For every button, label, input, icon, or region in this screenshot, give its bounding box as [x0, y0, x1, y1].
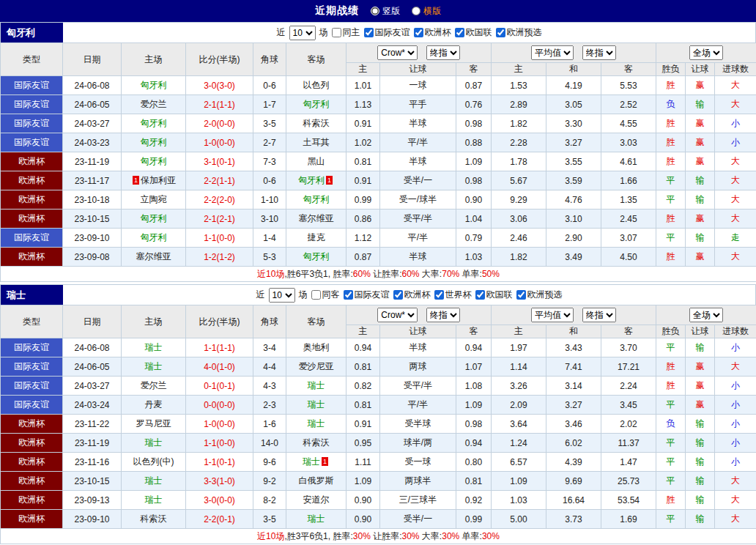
bookmaker-select[interactable]: Crow*: [377, 45, 418, 60]
horizontal-label: 横版: [423, 5, 441, 18]
match-date-cell: 23-11-19: [63, 152, 122, 171]
eu-away-odds-cell: 1.35: [601, 190, 656, 210]
away-team-cell: 匈牙利: [286, 190, 346, 210]
league-checkbox[interactable]: [455, 28, 464, 37]
eu-final-odds-select[interactable]: 终指: [582, 45, 616, 60]
home-team-cell: 瑞士: [122, 434, 186, 453]
goals-result-cell: 小: [715, 133, 756, 152]
goals-result-cell: 大: [715, 491, 756, 510]
match-type-cell: 欧洲杯: [1, 491, 63, 510]
same-venue-checkbox[interactable]: [332, 28, 341, 37]
horizontal-radio-input[interactable]: [412, 7, 420, 15]
eu-home-odds-cell: 6.57: [492, 453, 546, 472]
eu-average-select[interactable]: 平均值: [531, 308, 574, 322]
away-team-cell: 匈牙利: [286, 248, 346, 267]
goals-result-cell: 大: [715, 190, 756, 210]
league-checkbox[interactable]: [516, 290, 526, 300]
col-ah-line: 让球: [380, 63, 456, 76]
match-type-cell: 欧洲杯: [1, 210, 63, 229]
handicap-result-cell: 赢: [686, 76, 715, 95]
match-date-cell: 23-09-10: [63, 229, 122, 248]
eu-final-odds-select[interactable]: 终指: [582, 308, 616, 322]
goals-result-cell: 小: [715, 396, 756, 415]
match-scope-select[interactable]: 全场: [689, 45, 723, 60]
goals-result-cell: 小: [715, 338, 756, 357]
league-filter-option[interactable]: 欧洲预选: [496, 26, 542, 39]
league-checkbox[interactable]: [364, 28, 374, 37]
home-team-name: 瑞士: [145, 437, 163, 448]
league-checkbox[interactable]: [393, 290, 403, 300]
col-result: 胜负: [656, 63, 686, 76]
eu-away-odds-cell: 1.47: [601, 453, 656, 472]
eu-draw-odds-cell: 3.49: [546, 248, 601, 267]
league-checkbox[interactable]: [414, 28, 423, 37]
result-cell: 平: [656, 396, 686, 415]
summary-segment: 单率:: [459, 531, 482, 541]
ah-line-cell: 半球: [380, 114, 456, 133]
ah-away-odds-cell: 0.79: [456, 229, 492, 248]
league-filter-option[interactable]: 国际友谊: [344, 289, 390, 301]
eu-average-select[interactable]: 平均值: [531, 45, 574, 60]
ah-away-odds-cell: 0.94: [456, 338, 492, 357]
same-venue-option[interactable]: 同主: [332, 26, 360, 39]
ah-away-odds-cell: 0.88: [456, 133, 492, 152]
eu-draw-odds-cell: 3.43: [546, 338, 601, 357]
match-type-cell: 国际友谊: [1, 338, 63, 357]
result-cell: 负: [656, 95, 686, 114]
score-cell: 2-2(2-0): [186, 190, 253, 210]
ah-home-odds-cell: 0.81: [346, 152, 380, 171]
eu-draw-odds-cell: 2.90: [546, 229, 601, 248]
col-away: 客场: [286, 43, 346, 76]
col-ah-home: 主: [346, 325, 380, 338]
recent-count-select[interactable]: 10: [269, 288, 295, 303]
league-filter-option[interactable]: 世界杯: [434, 289, 472, 301]
league-filter-option[interactable]: 欧洲杯: [393, 289, 431, 301]
league-filter-option[interactable]: 欧洲预选: [516, 289, 563, 301]
team-name: 瑞士: [1, 285, 63, 305]
summary-segment: 50%: [482, 269, 500, 279]
league-filter-option[interactable]: 国际友谊: [364, 26, 410, 39]
match-date-cell: 23-11-16: [63, 453, 122, 472]
vertical-radio-input[interactable]: [371, 7, 379, 15]
eu-away-odds-cell: 1.66: [601, 171, 656, 190]
bookmaker-select[interactable]: Crow*: [377, 308, 418, 322]
eu-home-odds-cell: 1.09: [492, 472, 546, 491]
score-cell: 1-2(1-2): [186, 248, 253, 267]
league-filter-option[interactable]: 欧洲杯: [414, 26, 451, 39]
league-filter-option[interactable]: 欧国联: [455, 26, 492, 39]
league-checkbox[interactable]: [475, 290, 485, 300]
same-venue-checkbox[interactable]: [311, 290, 321, 300]
home-team-name: 匈牙利: [141, 213, 167, 223]
layout-vertical-option[interactable]: 竖版: [371, 5, 400, 18]
ah-home-odds-cell: 1.13: [346, 95, 380, 114]
final-odds-select[interactable]: 终指: [426, 45, 460, 60]
league-checkbox[interactable]: [344, 290, 353, 300]
handicap-result-cell: 输: [686, 510, 715, 529]
away-team-name: 匈牙利: [303, 251, 330, 262]
ah-away-odds-cell: 1.03: [456, 248, 492, 267]
home-team-name: 以色列(中): [133, 456, 174, 467]
match-row: 欧洲杯23-10-18立陶宛2-2(2-0)1-10匈牙利0.99受一/球半0.…: [1, 190, 756, 210]
home-team-name: 塞尔维亚: [136, 251, 171, 262]
home-team-name: 爱尔兰: [141, 99, 167, 109]
recent-count-select[interactable]: 10: [289, 26, 316, 40]
goals-result-cell: 小: [715, 377, 756, 396]
away-team-cell: 奥地利: [286, 338, 346, 357]
league-filter-option[interactable]: 欧国联: [475, 289, 513, 301]
eu-home-odds-cell: 3.06: [492, 210, 546, 229]
final-odds-select[interactable]: 终指: [426, 308, 460, 322]
match-type-cell: 国际友谊: [1, 229, 63, 248]
match-scope-select[interactable]: 全场: [689, 308, 723, 322]
away-team-name: 以色列: [303, 80, 330, 90]
layout-horizontal-option[interactable]: 横版: [412, 5, 441, 18]
league-checkbox[interactable]: [434, 290, 444, 300]
league-label: 国际友谊: [375, 26, 410, 39]
eu-away-odds-cell: 3.07: [601, 229, 656, 248]
match-row: 国际友谊24-03-23匈牙利1-0(0-0)2-7土耳其1.02平/半0.88…: [1, 133, 756, 152]
same-venue-option[interactable]: 同客: [311, 289, 340, 301]
eu-draw-odds-cell: 3.10: [546, 210, 601, 229]
ah-home-odds-cell: 1.01: [346, 76, 380, 95]
ah-line-cell: 两球: [380, 357, 456, 377]
col-eu-away: 客: [601, 325, 656, 338]
league-checkbox[interactable]: [496, 28, 505, 37]
